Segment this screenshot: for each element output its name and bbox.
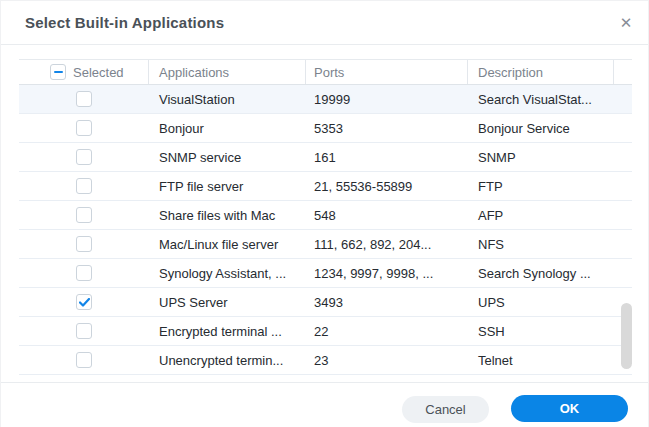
application-cell: Bonjour xyxy=(149,121,306,136)
ports-cell: 23 xyxy=(306,353,468,368)
dialog-title: Select Built-in Applications xyxy=(25,14,224,31)
selected-cell xyxy=(19,178,149,194)
row-checkbox[interactable] xyxy=(76,236,92,252)
vertical-scrollbar-thumb[interactable] xyxy=(621,303,632,369)
table-row[interactable]: Unencrypted termin... 23 Telnet xyxy=(19,346,632,375)
application-cell: UPS Server xyxy=(149,295,306,310)
cancel-button[interactable]: Cancel xyxy=(402,396,489,423)
table-row[interactable]: Encrypted terminal ... 22 SSH xyxy=(19,317,632,346)
column-header-spacer xyxy=(614,60,632,84)
description-cell: SSH xyxy=(468,324,614,339)
column-header-selected[interactable]: Selected xyxy=(19,60,149,84)
row-checkbox[interactable] xyxy=(76,207,92,223)
row-checkbox[interactable] xyxy=(76,178,92,194)
selected-cell xyxy=(19,323,149,339)
description-cell: Bonjour Service xyxy=(468,121,614,136)
application-cell: Synology Assistant, ... xyxy=(149,266,306,281)
description-cell: Search VisualStat... xyxy=(468,92,614,107)
table-row[interactable]: Synology Assistant, ... 1234, 9997, 9998… xyxy=(19,259,632,288)
column-header-ports[interactable]: Ports xyxy=(306,60,468,84)
select-builtin-applications-dialog: Select Built-in Applications ✕ Selected … xyxy=(0,0,649,427)
application-cell: FTP file server xyxy=(149,179,306,194)
selected-cell xyxy=(19,352,149,368)
table-header-row: Selected Applications Ports Description xyxy=(19,59,632,85)
selected-cell xyxy=(19,236,149,252)
column-header-selected-label: Selected xyxy=(73,65,124,80)
ports-cell: 161 xyxy=(306,150,468,165)
table-row[interactable]: UPS Server 3493 UPS xyxy=(19,288,632,317)
table-row[interactable]: Share files with Mac 548 AFP xyxy=(19,201,632,230)
ok-button[interactable]: OK xyxy=(511,395,628,422)
selected-cell xyxy=(19,120,149,136)
row-checkbox[interactable] xyxy=(76,149,92,165)
description-cell: AFP xyxy=(468,208,614,223)
selected-cell xyxy=(19,91,149,107)
description-cell: NFS xyxy=(468,237,614,252)
column-header-description[interactable]: Description xyxy=(468,60,614,84)
table-row[interactable]: VisualStation 19999 Search VisualStat... xyxy=(19,85,632,114)
application-cell: Unencrypted termin... xyxy=(149,353,306,368)
application-cell: SNMP service xyxy=(149,150,306,165)
indeterminate-minus-icon xyxy=(54,71,63,74)
table-row[interactable]: Mac/Linux file server 111, 662, 892, 204… xyxy=(19,230,632,259)
ports-cell: 3493 xyxy=(306,295,468,310)
applications-table: Selected Applications Ports Description … xyxy=(19,59,632,375)
table-row[interactable]: Bonjour 5353 Bonjour Service xyxy=(19,114,632,143)
selected-cell xyxy=(19,149,149,165)
row-checkbox[interactable] xyxy=(76,352,92,368)
row-checkbox[interactable] xyxy=(76,91,92,107)
dialog-titlebar: Select Built-in Applications ✕ xyxy=(1,1,648,45)
ports-cell: 1234, 9997, 9998, ... xyxy=(306,266,468,281)
table-row[interactable]: SNMP service 161 SNMP xyxy=(19,143,632,172)
checkmark-icon xyxy=(79,298,90,307)
row-checkbox[interactable] xyxy=(76,294,92,310)
close-icon[interactable]: ✕ xyxy=(615,12,637,34)
application-cell: Mac/Linux file server xyxy=(149,237,306,252)
description-cell: FTP xyxy=(468,179,614,194)
ports-cell: 5353 xyxy=(306,121,468,136)
selected-cell xyxy=(19,265,149,281)
selected-cell xyxy=(19,207,149,223)
application-cell: VisualStation xyxy=(149,92,306,107)
row-checkbox[interactable] xyxy=(76,120,92,136)
ports-cell: 19999 xyxy=(306,92,468,107)
ports-cell: 111, 662, 892, 204... xyxy=(306,237,468,252)
table-row[interactable]: FTP file server 21, 55536-55899 FTP xyxy=(19,172,632,201)
row-checkbox[interactable] xyxy=(76,265,92,281)
dialog-footer: Cancel OK xyxy=(1,382,648,427)
ports-cell: 548 xyxy=(306,208,468,223)
row-checkbox[interactable] xyxy=(76,323,92,339)
description-cell: Search Synology ... xyxy=(468,266,614,281)
ports-cell: 21, 55536-55899 xyxy=(306,179,468,194)
column-header-applications[interactable]: Applications xyxy=(149,60,306,84)
description-cell: UPS xyxy=(468,295,614,310)
application-cell: Share files with Mac xyxy=(149,208,306,223)
selected-cell xyxy=(19,294,149,310)
ports-cell: 22 xyxy=(306,324,468,339)
application-cell: Encrypted terminal ... xyxy=(149,324,306,339)
description-cell: Telnet xyxy=(468,353,614,368)
table-body: VisualStation 19999 Search VisualStat...… xyxy=(19,85,632,375)
select-all-checkbox[interactable] xyxy=(50,64,66,80)
description-cell: SNMP xyxy=(468,150,614,165)
